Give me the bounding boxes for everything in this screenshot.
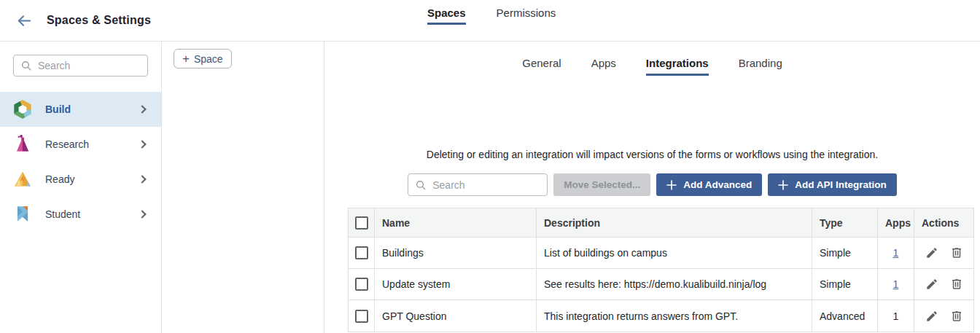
table-row: Update system See results here: https://… bbox=[349, 269, 973, 300]
select-all-checkbox[interactable] bbox=[355, 216, 368, 230]
integration-warning-text: Deleting or editing an integration will … bbox=[324, 149, 980, 160]
column-header-type: Type bbox=[812, 208, 878, 237]
chevron-right-icon bbox=[138, 175, 146, 183]
apps-count-link[interactable]: 1 bbox=[893, 247, 899, 259]
search-icon bbox=[20, 60, 32, 71]
integration-search-box bbox=[408, 173, 548, 196]
spaces-sidebar: Build Research bbox=[0, 42, 162, 333]
table-header-row: Name Description Type Apps Actions bbox=[349, 208, 973, 238]
delete-trash-icon[interactable] bbox=[950, 278, 963, 291]
sidebar-item-ready[interactable]: Ready bbox=[0, 162, 161, 197]
top-tab-bar: Spaces Permissions bbox=[427, 0, 556, 42]
ready-mountain-icon bbox=[13, 170, 32, 189]
top-bar: Spaces & Settings Spaces Permissions bbox=[0, 0, 980, 42]
back-button[interactable] bbox=[12, 8, 36, 33]
delete-trash-icon[interactable] bbox=[950, 246, 963, 259]
row-checkbox[interactable] bbox=[355, 310, 368, 323]
row-checkbox[interactable] bbox=[355, 278, 368, 291]
chevron-right-icon bbox=[138, 210, 146, 218]
sidebar-search-input[interactable] bbox=[38, 60, 141, 71]
column-header-description: Description bbox=[537, 208, 812, 237]
space-list: Build Research bbox=[0, 92, 161, 232]
back-arrow-icon bbox=[16, 12, 33, 29]
settings-content: General Apps Integrations Branding Delet… bbox=[324, 42, 980, 333]
add-space-label: Space bbox=[194, 53, 223, 65]
page-title: Spaces & Settings bbox=[47, 14, 151, 27]
integration-description: This integration returns answers from GP… bbox=[537, 300, 812, 332]
column-header-apps: Apps bbox=[878, 208, 914, 237]
chevron-right-icon bbox=[138, 105, 146, 113]
table-row: Buildings List of buildings on campus Si… bbox=[349, 238, 973, 269]
integration-description: See results here: https://demo.kualibuil… bbox=[537, 269, 812, 299]
sidebar-item-label: Student bbox=[45, 208, 139, 220]
integration-type: Simple bbox=[812, 269, 878, 299]
column-header-name: Name bbox=[375, 208, 537, 237]
chevron-right-icon bbox=[138, 140, 146, 148]
integration-type: Advanced bbox=[812, 300, 878, 332]
student-bookmark-icon bbox=[13, 205, 32, 224]
integration-search-input[interactable] bbox=[432, 179, 540, 191]
tab-spaces[interactable]: Spaces bbox=[427, 0, 466, 25]
integration-name: Buildings bbox=[375, 238, 537, 268]
integration-description: List of buildings on campus bbox=[537, 238, 812, 268]
tab-integrations[interactable]: Integrations bbox=[646, 57, 709, 76]
plus-icon bbox=[666, 180, 677, 190]
integration-name: Update system bbox=[375, 269, 537, 299]
add-advanced-button[interactable]: Add Advanced bbox=[656, 173, 762, 196]
sidebar-item-student[interactable]: Student bbox=[0, 197, 161, 232]
sidebar-item-label: Ready bbox=[45, 173, 139, 185]
tab-branding[interactable]: Branding bbox=[739, 57, 782, 76]
column-header-actions: Actions bbox=[914, 208, 973, 237]
add-api-integration-button[interactable]: Add API Integration bbox=[768, 173, 897, 196]
sidebar-search-box bbox=[13, 55, 148, 77]
add-space-button[interactable]: + Space bbox=[174, 49, 232, 68]
space-tree-panel: + Space bbox=[162, 42, 324, 333]
integration-type: Simple bbox=[812, 238, 878, 268]
integration-name: GPT Question bbox=[375, 300, 537, 332]
sidebar-item-build[interactable]: Build bbox=[0, 92, 161, 127]
integrations-table: Name Description Type Apps Actions Build… bbox=[348, 208, 974, 332]
table-row: GPT Question This integration returns an… bbox=[349, 300, 973, 332]
build-hexagon-icon bbox=[13, 100, 32, 119]
apps-count: 1 bbox=[893, 310, 899, 322]
move-selected-button[interactable]: Move Selected... bbox=[553, 173, 650, 196]
edit-pencil-icon[interactable] bbox=[925, 246, 938, 259]
plus-icon: + bbox=[182, 52, 190, 65]
settings-tab-bar: General Apps Integrations Branding bbox=[324, 57, 980, 76]
sidebar-item-research[interactable]: Research bbox=[0, 127, 161, 162]
row-checkbox[interactable] bbox=[355, 246, 368, 259]
edit-pencil-icon[interactable] bbox=[925, 310, 938, 323]
plus-icon bbox=[778, 180, 788, 190]
edit-pencil-icon[interactable] bbox=[925, 278, 938, 291]
tab-general[interactable]: General bbox=[522, 57, 561, 76]
sidebar-item-label: Research bbox=[45, 138, 139, 150]
tab-permissions[interactable]: Permissions bbox=[497, 0, 556, 25]
search-icon bbox=[415, 179, 427, 191]
apps-count-link[interactable]: 1 bbox=[893, 278, 899, 290]
research-flask-icon bbox=[13, 135, 32, 154]
tab-apps[interactable]: Apps bbox=[591, 57, 616, 76]
integration-controls: Move Selected... Add Advanced Add API In… bbox=[324, 173, 980, 196]
sidebar-item-label: Build bbox=[45, 103, 139, 115]
delete-trash-icon[interactable] bbox=[950, 310, 963, 323]
